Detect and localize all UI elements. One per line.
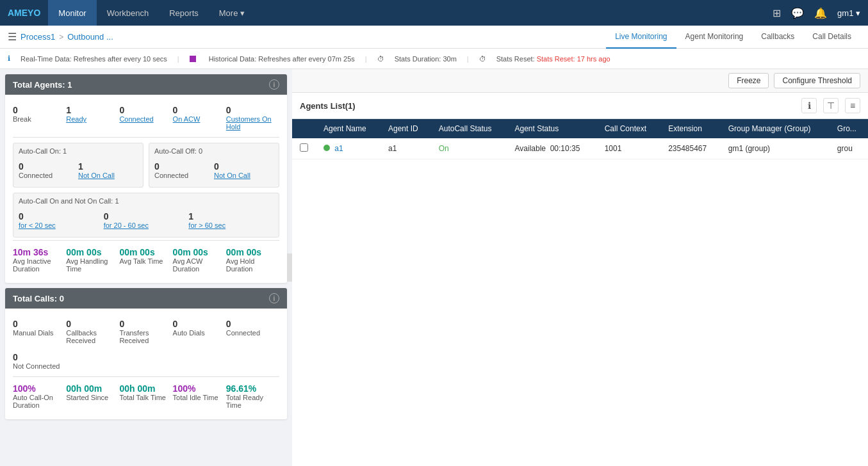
autocall-off-connected-value: 0 (154, 161, 214, 172)
callbacks-label: Callbacks Received (66, 329, 119, 344)
row-call-context: 1001 (597, 138, 661, 159)
stat-on-acw-value: 0 (173, 105, 226, 115)
tab-agent-monitoring[interactable]: Agent Monitoring (676, 26, 753, 49)
total-calls-card: Total Calls: 0 i 0 Manual Dials 0 Callba… (5, 288, 287, 419)
stat-callbacks: 0 Callbacks Received (66, 319, 119, 344)
stat-customers-hold-label[interactable]: Customers On Hold (226, 115, 279, 131)
total-idle-time-label: Total Idle Time (173, 394, 226, 401)
stat-manual-dials: 0 Manual Dials (13, 319, 66, 344)
logo-text: AMEYO (8, 8, 40, 18)
tab-live-monitoring[interactable]: Live Monitoring (606, 26, 676, 49)
avg-inactive: 10m 36s Avg Inactive Duration (13, 247, 66, 273)
filter-icon-btn[interactable]: ⊤ (823, 98, 839, 113)
breadcrumb-tabs: Live Monitoring Agent Monitoring Callbac… (606, 26, 860, 49)
table-header-row: Agent Name Agent ID AutoCall Status Agen… (292, 119, 868, 138)
tab-call-details[interactable]: Call Details (803, 26, 860, 49)
autocall-off-connected: 0 Connected (154, 161, 214, 179)
total-talk-time-value: 00h 00m (119, 383, 172, 394)
info-icon-btn[interactable]: ℹ (801, 98, 817, 113)
autocall-on-title: Auto-Call On: 1 (19, 147, 138, 155)
transfers-label: Transfers Received (119, 329, 172, 344)
realtime-text: Real-Time Data: Refreshes after every 10… (20, 55, 167, 63)
row-extension: 235485467 (660, 138, 721, 159)
nav-more[interactable]: More ▾ (209, 0, 255, 26)
nav-workbench[interactable]: Workbench (97, 0, 160, 26)
nav-right: ⊞ 💬 🔔 gm1 ▾ (773, 7, 868, 19)
breadcrumb-process[interactable]: Process1 (20, 32, 55, 42)
autocall-off-not-on-call: 0 Not On Call (214, 161, 274, 179)
stat-on-acw-label[interactable]: On ACW (173, 115, 226, 123)
avg-inactive-value: 10m 36s (13, 247, 66, 257)
calls-stats-row1: 0 Manual Dials 0 Callbacks Received 0 Tr… (13, 315, 279, 348)
stat-connected-label[interactable]: Connected (119, 115, 172, 123)
nav-monitor[interactable]: Monitor (48, 0, 96, 26)
started-since-value: 00h 00m (66, 383, 119, 394)
total-agents-card: Total Agents: 1 i 0 Break 1 Ready 0 (5, 74, 287, 283)
stat-customers-hold: 0 Customers On Hold (226, 105, 279, 131)
grid-icon[interactable]: ⊞ (773, 7, 781, 19)
freeze-button[interactable]: Freeze (728, 73, 769, 88)
tab-callbacks[interactable]: Callbacks (752, 26, 803, 49)
autocall-off-connected-label: Connected (154, 172, 214, 179)
menu-icon[interactable]: ☰ (8, 31, 17, 43)
calls-connected-label: Connected (226, 329, 279, 337)
col-checkbox (292, 119, 316, 138)
chat-icon[interactable]: 💬 (791, 7, 804, 19)
total-agents-header: Total Agents: 1 i (5, 74, 287, 95)
agent-stats-row: 0 Break 1 Ready 0 Connected 0 On ACW (13, 101, 279, 134)
avg-acw-value: 00m 00s (173, 247, 226, 257)
not-on-call-gt60-label[interactable]: for > 60 sec (188, 221, 274, 229)
total-calls-info-icon[interactable]: i (269, 293, 279, 303)
manual-dials-label: Manual Dials (13, 329, 66, 337)
stat-connected-value: 0 (119, 105, 172, 115)
autocall-on-not-on-call-label[interactable]: Not On Call (78, 172, 138, 179)
stat-total-talk-time: 00h 00m Total Talk Time (119, 383, 172, 409)
columns-icon-btn[interactable]: ≡ (845, 98, 860, 113)
row-agent-name[interactable]: a1 (316, 138, 381, 159)
not-connected-label: Not Connected (13, 362, 279, 370)
total-calls-body: 0 Manual Dials 0 Callbacks Received 0 Tr… (5, 309, 287, 419)
calls-stats-row3: 100% Auto Call-On Duration 00h 00m Start… (13, 380, 279, 413)
autocall-on-section: Auto-Call On: 1 0 Connected 1 Not On Cal… (13, 143, 143, 188)
row-agent-id: a1 (381, 138, 431, 159)
configure-threshold-button[interactable]: Configure Threshold (774, 73, 860, 88)
avg-talk-label: Avg Talk Time (119, 257, 172, 265)
calls-connected-value: 0 (226, 319, 279, 329)
autocall-duration-value: 100% (13, 383, 66, 394)
agents-list-title: Agents List(1) (300, 101, 356, 111)
not-on-call-2060-value: 0 (104, 211, 189, 221)
auto-dials-label: Auto Dials (173, 329, 226, 337)
agents-table-container: Agent Name Agent ID AutoCall Status Agen… (292, 119, 868, 466)
user-menu[interactable]: gm1 ▾ (837, 8, 860, 18)
bell-icon[interactable]: 🔔 (814, 7, 827, 19)
nav-reports[interactable]: Reports (159, 0, 209, 26)
autocall-off-not-on-call-label[interactable]: Not On Call (214, 172, 274, 179)
historical-text: Historical Data: Refreshes after every 0… (209, 55, 355, 63)
logo: AMEYO (0, 0, 48, 26)
total-agents-info-icon[interactable]: i (269, 79, 279, 90)
left-panel: Total Agents: 1 i 0 Break 1 Ready 0 (0, 69, 292, 466)
avg-hold-label: Avg Hold Duration (226, 257, 279, 273)
not-on-call-lt20-label[interactable]: for < 20 sec (19, 221, 104, 229)
stat-not-connected: 0 Not Connected (13, 352, 279, 370)
stats-reset-text: Stats Reset: Stats Reset: 17 hrs ago (496, 55, 610, 63)
row-checkbox[interactable] (292, 138, 316, 159)
avg-stats-row: 10m 36s Avg Inactive Duration 00m 00s Av… (13, 243, 279, 277)
total-ready-time-value: 96.61% (226, 383, 279, 394)
autocall-on-not-on-call: 1 Not On Call (78, 161, 138, 179)
avg-talk: 00m 00s Avg Talk Time (119, 247, 172, 273)
manual-dials-value: 0 (13, 319, 66, 329)
collapse-panel-button[interactable]: ‹ (287, 253, 292, 282)
total-calls-header: Total Calls: 0 i (5, 288, 287, 309)
header-icons: ℹ ⊤ ≡ (801, 98, 860, 113)
not-on-call-2060-label[interactable]: for 20 - 60 sec (104, 221, 189, 229)
col-agent-name: Agent Name (316, 119, 381, 138)
breadcrumb-separator: > (59, 33, 63, 42)
autocall-sections: Auto-Call On: 1 0 Connected 1 Not On Cal… (13, 140, 279, 190)
started-since-label: Started Since (66, 394, 119, 401)
avg-handling: 00m 00s Avg Handling Time (66, 247, 119, 273)
autocall-on-not-on-call-value: 1 (78, 161, 138, 172)
stat-ready-label[interactable]: Ready (66, 115, 119, 123)
stat-customers-hold-value: 0 (226, 105, 279, 115)
table-row: a1 a1 On Available 00:10:35 1001 2354854… (292, 138, 868, 159)
